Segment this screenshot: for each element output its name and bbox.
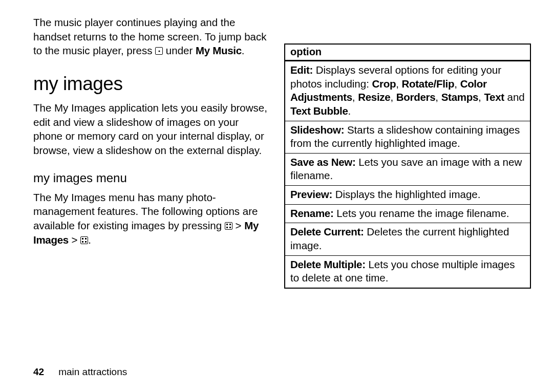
table-row: Preview: Displays the highlighted image. [285,186,530,205]
row-bold: Slideshow: [290,124,344,136]
row-text: , [454,78,460,90]
page-footer: 42main attractions [33,366,127,378]
table-row: Delete Multiple: Lets you chose multiple… [285,256,530,288]
row-bold: Delete Current: [290,226,364,237]
option-table: option Edit: Displays several options fo… [284,43,531,289]
row-bold: Borders [396,91,436,103]
row-bold: Stamps [441,91,478,103]
right-column: option Edit: Displays several options fo… [284,15,531,289]
intro-text-mid: under [163,45,196,56]
row-bold: Text [484,91,504,103]
section-title: my images [33,73,269,95]
table-row: Slideshow: Starts a slideshow containing… [285,121,530,154]
softkey-icon [155,47,163,55]
menu-sep1: > [232,220,244,231]
description-paragraph: The My Images application lets you easil… [33,101,269,158]
row-text: , [396,78,401,90]
row-bold: Preview: [290,188,332,200]
row-bold: Save as New: [290,156,355,168]
intro-bold-mymusic: My Music [196,45,242,56]
row-bold: Rotate/Flip [402,78,455,90]
option-table-header: option [285,45,530,61]
menu-key-icon [225,222,232,230]
menu-text1: The My Images menu has many photo-manage… [33,191,258,231]
row-text: , [435,91,441,103]
row-text: , [478,91,484,103]
menu-key-icon-2 [80,236,88,244]
table-row: Save as New: Lets you save an image with… [285,154,530,186]
menu-paragraph: The My Images menu has many photo-manage… [33,190,269,247]
page-number: 42 [33,366,44,377]
row-text: . [348,105,351,117]
row-bold: Text Bubble [290,105,348,117]
row-bold: Edit: [290,64,313,76]
left-column: The music player continues playing and t… [33,15,269,289]
row-text: , [352,91,358,103]
table-row: Delete Current: Deletes the current high… [285,223,530,255]
table-row: Rename: Lets you rename the image filena… [285,205,530,224]
intro-period: . [242,45,245,56]
menu-sep2: > [69,234,80,246]
table-row: Edit: Displays several options for editi… [285,61,530,121]
subsection-title: my images menu [33,171,269,185]
row-text: Displays the highlighted image. [332,188,480,200]
row-text: Lets you rename the image filename. [334,207,509,219]
row-bold: Delete Multiple: [290,258,366,270]
row-bold: Rename: [290,207,334,219]
row-bold: Resize [358,91,390,103]
menu-period: . [88,234,91,246]
row-text: , [390,91,396,103]
row-bold: Crop [372,78,396,90]
footer-label: main attractions [58,366,127,377]
row-text: and [504,91,525,103]
intro-paragraph: The music player continues playing and t… [33,15,269,58]
